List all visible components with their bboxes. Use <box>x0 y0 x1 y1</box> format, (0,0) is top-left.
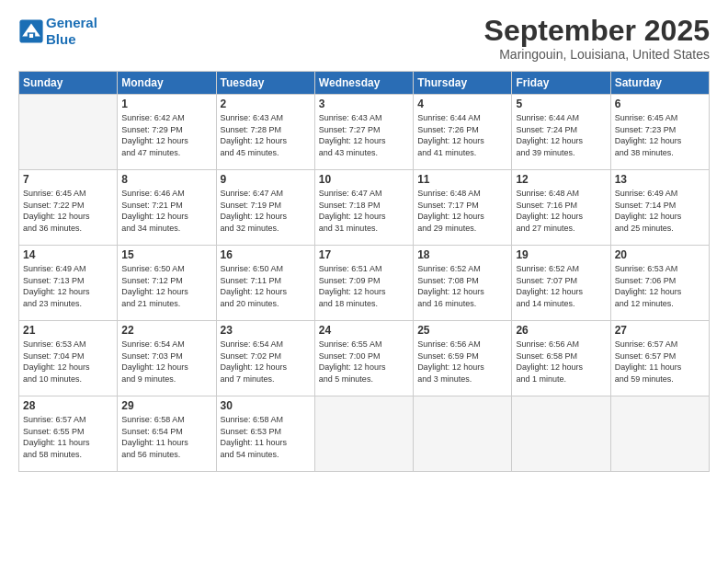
calendar-cell: 30Sunrise: 6:58 AM Sunset: 6:53 PM Dayli… <box>216 396 314 472</box>
calendar-cell: 22Sunrise: 6:54 AM Sunset: 7:03 PM Dayli… <box>118 321 216 396</box>
day-number: 21 <box>23 324 113 337</box>
month-title: September 2025 <box>484 15 710 47</box>
week-row-4: 28Sunrise: 6:57 AM Sunset: 6:55 PM Dayli… <box>19 396 710 472</box>
day-number: 23 <box>221 324 311 337</box>
location: Maringouin, Louisiana, United States <box>484 47 710 62</box>
calendar-cell: 19Sunrise: 6:52 AM Sunset: 7:07 PM Dayli… <box>512 246 610 321</box>
cell-info: Sunrise: 6:44 AM Sunset: 7:24 PM Dayligh… <box>516 112 606 158</box>
calendar-cell: 21Sunrise: 6:53 AM Sunset: 7:04 PM Dayli… <box>19 321 118 396</box>
cell-info: Sunrise: 6:54 AM Sunset: 7:02 PM Dayligh… <box>221 339 311 385</box>
week-row-2: 14Sunrise: 6:49 AM Sunset: 7:13 PM Dayli… <box>19 246 710 321</box>
cell-info: Sunrise: 6:45 AM Sunset: 7:22 PM Dayligh… <box>23 188 113 234</box>
week-row-3: 21Sunrise: 6:53 AM Sunset: 7:04 PM Dayli… <box>19 321 710 396</box>
calendar-cell: 2Sunrise: 6:43 AM Sunset: 7:28 PM Daylig… <box>216 95 314 170</box>
cell-info: Sunrise: 6:57 AM Sunset: 6:55 PM Dayligh… <box>23 414 113 460</box>
day-number: 1 <box>121 98 211 110</box>
weekday-sunday: Sunday <box>19 72 118 95</box>
header: General Blue September 2025 Maringouin, … <box>18 15 710 62</box>
calendar-cell: 15Sunrise: 6:50 AM Sunset: 7:12 PM Dayli… <box>118 246 216 321</box>
day-number: 6 <box>615 98 705 110</box>
cell-info: Sunrise: 6:51 AM Sunset: 7:09 PM Dayligh… <box>319 263 409 309</box>
cell-info: Sunrise: 6:58 AM Sunset: 6:54 PM Dayligh… <box>121 414 211 460</box>
day-number: 12 <box>516 173 606 186</box>
calendar-cell: 12Sunrise: 6:48 AM Sunset: 7:16 PM Dayli… <box>512 170 610 246</box>
calendar-cell: 8Sunrise: 6:46 AM Sunset: 7:21 PM Daylig… <box>118 170 216 246</box>
page: General Blue September 2025 Maringouin, … <box>0 0 728 563</box>
calendar-cell <box>314 396 413 472</box>
calendar-cell: 20Sunrise: 6:53 AM Sunset: 7:06 PM Dayli… <box>610 246 709 321</box>
calendar-cell <box>512 396 610 472</box>
cell-info: Sunrise: 6:46 AM Sunset: 7:21 PM Dayligh… <box>121 188 211 234</box>
logo-line2: Blue <box>46 31 76 47</box>
day-number: 16 <box>221 248 311 261</box>
cell-info: Sunrise: 6:52 AM Sunset: 7:08 PM Dayligh… <box>417 263 507 309</box>
calendar-cell: 25Sunrise: 6:56 AM Sunset: 6:59 PM Dayli… <box>414 321 512 396</box>
logo-line1: General <box>46 15 97 30</box>
svg-rect-3 <box>29 34 33 38</box>
cell-info: Sunrise: 6:49 AM Sunset: 7:14 PM Dayligh… <box>615 188 705 234</box>
calendar-cell: 28Sunrise: 6:57 AM Sunset: 6:55 PM Dayli… <box>19 396 118 472</box>
day-number: 8 <box>121 173 211 186</box>
calendar-cell: 14Sunrise: 6:49 AM Sunset: 7:13 PM Dayli… <box>19 246 118 321</box>
day-number: 2 <box>221 98 311 110</box>
week-row-1: 7Sunrise: 6:45 AM Sunset: 7:22 PM Daylig… <box>19 170 710 246</box>
day-number: 28 <box>23 399 113 412</box>
cell-info: Sunrise: 6:43 AM Sunset: 7:27 PM Dayligh… <box>319 112 409 158</box>
calendar-cell: 18Sunrise: 6:52 AM Sunset: 7:08 PM Dayli… <box>414 246 512 321</box>
cell-info: Sunrise: 6:54 AM Sunset: 7:03 PM Dayligh… <box>121 339 211 385</box>
calendar-cell: 11Sunrise: 6:48 AM Sunset: 7:17 PM Dayli… <box>414 170 512 246</box>
day-number: 27 <box>615 324 705 337</box>
calendar-cell <box>610 396 709 472</box>
day-number: 9 <box>221 173 311 186</box>
weekday-tuesday: Tuesday <box>216 72 314 95</box>
cell-info: Sunrise: 6:53 AM Sunset: 7:04 PM Dayligh… <box>23 339 113 385</box>
calendar-cell: 1Sunrise: 6:42 AM Sunset: 7:29 PM Daylig… <box>118 95 216 170</box>
logo-text: General Blue <box>46 15 97 48</box>
calendar-cell <box>19 95 118 170</box>
day-number: 5 <box>516 98 606 110</box>
day-number: 22 <box>121 324 211 337</box>
calendar-table: SundayMondayTuesdayWednesdayThursdayFrid… <box>18 71 710 472</box>
cell-info: Sunrise: 6:56 AM Sunset: 6:59 PM Dayligh… <box>417 339 507 385</box>
calendar-cell: 16Sunrise: 6:50 AM Sunset: 7:11 PM Dayli… <box>216 246 314 321</box>
calendar-cell: 27Sunrise: 6:57 AM Sunset: 6:57 PM Dayli… <box>610 321 709 396</box>
calendar-cell: 3Sunrise: 6:43 AM Sunset: 7:27 PM Daylig… <box>314 95 413 170</box>
calendar-cell: 26Sunrise: 6:56 AM Sunset: 6:58 PM Dayli… <box>512 321 610 396</box>
cell-info: Sunrise: 6:45 AM Sunset: 7:23 PM Dayligh… <box>615 112 705 158</box>
day-number: 10 <box>319 173 409 186</box>
cell-info: Sunrise: 6:47 AM Sunset: 7:18 PM Dayligh… <box>319 188 409 234</box>
calendar-cell: 17Sunrise: 6:51 AM Sunset: 7:09 PM Dayli… <box>314 246 413 321</box>
week-row-0: 1Sunrise: 6:42 AM Sunset: 7:29 PM Daylig… <box>19 95 710 170</box>
cell-info: Sunrise: 6:47 AM Sunset: 7:19 PM Dayligh… <box>221 188 311 234</box>
title-block: September 2025 Maringouin, Louisiana, Un… <box>484 15 710 62</box>
weekday-friday: Friday <box>512 72 610 95</box>
cell-info: Sunrise: 6:53 AM Sunset: 7:06 PM Dayligh… <box>615 263 705 309</box>
cell-info: Sunrise: 6:57 AM Sunset: 6:57 PM Dayligh… <box>615 339 705 385</box>
cell-info: Sunrise: 6:48 AM Sunset: 7:17 PM Dayligh… <box>417 188 507 234</box>
calendar-cell: 24Sunrise: 6:55 AM Sunset: 7:00 PM Dayli… <box>314 321 413 396</box>
calendar-cell: 7Sunrise: 6:45 AM Sunset: 7:22 PM Daylig… <box>19 170 118 246</box>
day-number: 15 <box>121 248 211 261</box>
cell-info: Sunrise: 6:58 AM Sunset: 6:53 PM Dayligh… <box>221 414 311 460</box>
day-number: 3 <box>319 98 409 110</box>
day-number: 18 <box>417 248 507 261</box>
day-number: 4 <box>417 98 507 110</box>
weekday-thursday: Thursday <box>414 72 512 95</box>
day-number: 7 <box>23 173 113 186</box>
calendar-cell: 13Sunrise: 6:49 AM Sunset: 7:14 PM Dayli… <box>610 170 709 246</box>
weekday-header-row: SundayMondayTuesdayWednesdayThursdayFrid… <box>19 72 710 95</box>
weekday-monday: Monday <box>118 72 216 95</box>
day-number: 11 <box>417 173 507 186</box>
calendar-cell: 5Sunrise: 6:44 AM Sunset: 7:24 PM Daylig… <box>512 95 610 170</box>
day-number: 17 <box>319 248 409 261</box>
calendar-cell: 23Sunrise: 6:54 AM Sunset: 7:02 PM Dayli… <box>216 321 314 396</box>
calendar-cell: 4Sunrise: 6:44 AM Sunset: 7:26 PM Daylig… <box>414 95 512 170</box>
calendar-cell: 9Sunrise: 6:47 AM Sunset: 7:19 PM Daylig… <box>216 170 314 246</box>
day-number: 13 <box>615 173 705 186</box>
weekday-saturday: Saturday <box>610 72 709 95</box>
logo: General Blue <box>18 15 97 48</box>
cell-info: Sunrise: 6:50 AM Sunset: 7:12 PM Dayligh… <box>121 263 211 309</box>
calendar-cell: 6Sunrise: 6:45 AM Sunset: 7:23 PM Daylig… <box>610 95 709 170</box>
day-number: 20 <box>615 248 705 261</box>
cell-info: Sunrise: 6:52 AM Sunset: 7:07 PM Dayligh… <box>516 263 606 309</box>
